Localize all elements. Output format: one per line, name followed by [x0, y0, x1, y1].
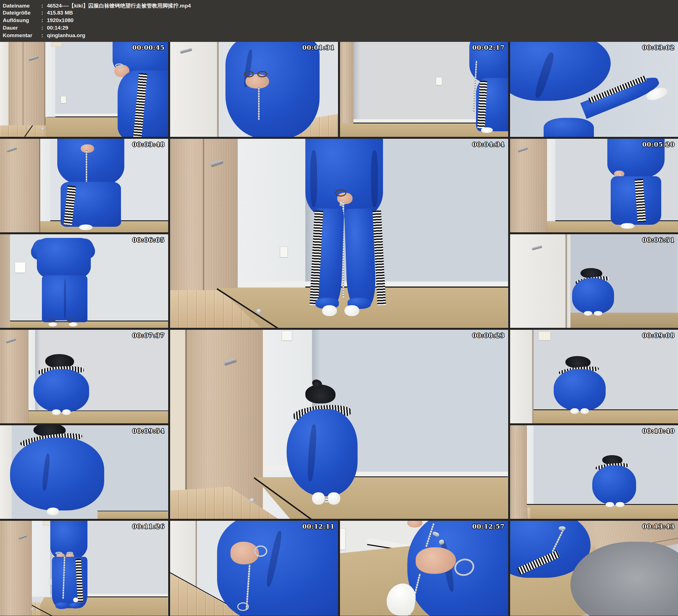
floor-edge-line [510, 409, 678, 410]
thumbnail-frame: 00:09:54 [0, 425, 168, 519]
door [8, 42, 45, 125]
figure-body-crouched [592, 465, 636, 505]
figure-pants [543, 118, 594, 137]
floor-tatami [510, 505, 678, 519]
comment-value: qinglanhua.org [47, 32, 85, 39]
door-seam [23, 42, 24, 125]
door [510, 425, 527, 519]
thumbnail-frame: 00:06:51 [510, 234, 678, 328]
thumbnail-frame: 00:10:40 [510, 425, 678, 519]
floor-tatami [98, 511, 168, 519]
thumbnail-frame: 00:13:43 [510, 521, 678, 616]
door [0, 139, 40, 232]
handcuff-right [67, 552, 73, 555]
wall-pillar [40, 139, 50, 221]
door [0, 521, 32, 616]
thumbnail-frame: 00:02:17 [340, 42, 508, 137]
figure-sock [606, 502, 614, 507]
picture-frame [15, 263, 25, 273]
file-info-header: Dateiname : 46524----【kiki】囚服白袜镣铐绝望行走被管教… [0, 0, 678, 42]
file-size-row: Dateigröße : 415.83 MB [3, 10, 678, 17]
timestamp-overlay: 00:12:57 [472, 523, 504, 530]
wall-pillar [32, 521, 50, 597]
duration-row: Dauer : 00:14:29 [3, 25, 678, 32]
thumbnail-frame-large: 00:04:34 [170, 139, 508, 328]
timestamp-overlay: 00:00:45 [132, 44, 164, 51]
thumbnail-frame: 00:07:37 [0, 330, 168, 423]
figure-jacket [510, 42, 611, 101]
timestamp-overlay: 00:05:20 [642, 141, 675, 148]
resolution-row: Auflösung : 1920x1080 [3, 17, 678, 25]
door [510, 234, 571, 328]
door-stop [256, 309, 262, 313]
wall-pillar [527, 425, 534, 504]
figure-hands [81, 144, 94, 153]
wall-switch [51, 42, 62, 47]
door-seam [565, 234, 567, 328]
door-stop [31, 608, 34, 611]
wall-outlet [340, 528, 346, 550]
figure-sock [79, 225, 92, 230]
thumbnail-frame: 00:05:20 [510, 139, 678, 232]
thumbnail-frame: 00:03:48 [0, 139, 168, 232]
timestamp-overlay: 00:06:51 [642, 236, 675, 243]
thumbnail-frame: 00:12:57 [340, 521, 508, 616]
figure-body-crouched [287, 409, 357, 496]
door-seam [217, 42, 219, 137]
restraint-chain [258, 87, 260, 120]
timestamp-overlay: 00:12:11 [302, 523, 335, 530]
door-seam [532, 330, 534, 423]
timestamp-overlay: 00:11:26 [132, 523, 164, 530]
figure-sock [73, 598, 78, 602]
figure-jacket [225, 42, 319, 137]
door [340, 42, 353, 137]
figure-sock [481, 127, 493, 133]
figure-sock [322, 305, 337, 316]
door-seam [195, 521, 197, 587]
resolution-label: Auflösung [3, 17, 41, 24]
figure-sock [49, 322, 57, 326]
figure-body-crouched [10, 437, 104, 510]
jacket-fold [371, 150, 378, 207]
timestamp-overlay: 00:03:02 [642, 44, 675, 51]
ankle-chain [325, 497, 328, 503]
file-name-label: Dateiname [3, 3, 41, 9]
comment-row: Kommentar : qinglanhua.org [3, 32, 678, 40]
floor-tatami [0, 321, 168, 328]
timestamp-overlay: 00:01:31 [302, 44, 335, 51]
picture-frame [539, 332, 550, 340]
timestamp-overlay: 00:09:08 [642, 332, 675, 339]
thumbnail-frame: 00:03:02 [510, 42, 678, 137]
figure-sock [52, 409, 60, 415]
wall-outlet [61, 96, 66, 103]
door [510, 139, 547, 232]
door [510, 330, 534, 423]
thumbnail-frame: 00:11:26 [0, 521, 168, 616]
floor-tatami [255, 477, 508, 519]
figure-sock [621, 223, 634, 229]
thumbnail-frame: 00:01:31 [170, 42, 338, 137]
resolution-value: 1920x1080 [47, 17, 73, 24]
file-size-value: 415.83 MB [47, 10, 73, 16]
door-edge [0, 42, 8, 125]
figure-sock [47, 508, 59, 515]
thumbnail-frame: 00:00:45 [0, 42, 168, 137]
timestamp-overlay: 00:04:34 [472, 141, 504, 148]
timestamp-overlay: 00:02:17 [472, 44, 504, 51]
comment-label: Kommentar [3, 32, 41, 39]
contact-sheet: Dateiname : 46524----【kiki】囚服白袜镣铐绝望行走被管教… [0, 0, 678, 616]
file-size-label: Dateigröße [3, 10, 41, 16]
floor-edge-line [98, 511, 168, 511]
door [0, 330, 29, 423]
figure-leg-right [344, 208, 376, 307]
figure-sock [570, 408, 579, 414]
wall-pillar [45, 42, 55, 117]
file-name-row: Dateiname : 46524----【kiki】囚服白袜镣铐绝望行走被管教… [3, 2, 678, 10]
figure-sock [312, 492, 325, 505]
timestamp-overlay: 00:13:43 [642, 523, 675, 530]
figure-sock [344, 305, 359, 316]
figure-sock [69, 322, 77, 326]
duration-value: 00:14:29 [47, 25, 68, 31]
figure-sock [62, 409, 71, 415]
file-name-value: 46524----【kiki】囚服白袜镣铐绝望行走被管教用脚揉拧.mp4 [47, 2, 191, 9]
